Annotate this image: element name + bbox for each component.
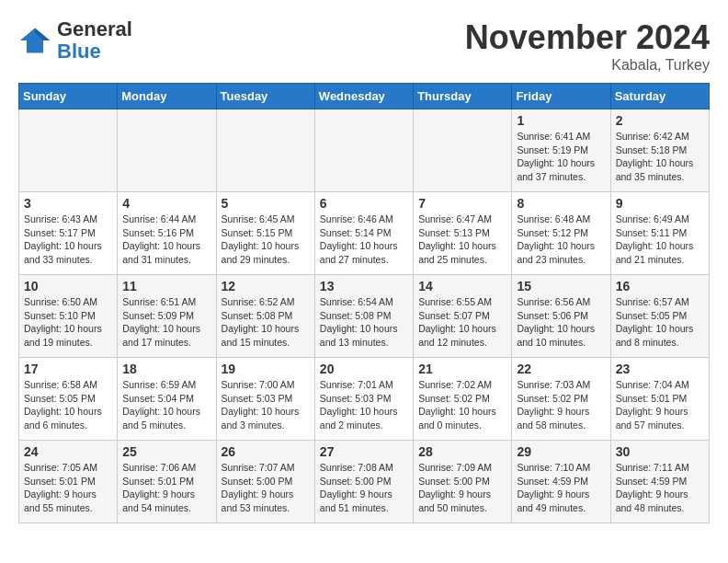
day-number: 6 — [320, 196, 408, 211]
calendar-week-row: 17Sunrise: 6:58 AM Sunset: 5:05 PM Dayli… — [19, 358, 710, 441]
day-info: Sunrise: 6:43 AM Sunset: 5:17 PM Dayligh… — [24, 213, 112, 267]
calendar-cell: 11Sunrise: 6:51 AM Sunset: 5:09 PM Dayli… — [118, 275, 216, 358]
calendar-cell: 14Sunrise: 6:55 AM Sunset: 5:07 PM Dayli… — [414, 275, 512, 358]
day-number: 20 — [320, 362, 408, 376]
calendar-cell — [118, 109, 216, 192]
calendar-cell: 13Sunrise: 6:54 AM Sunset: 5:08 PM Dayli… — [314, 275, 413, 358]
day-info: Sunrise: 7:05 AM Sunset: 5:01 PM Dayligh… — [24, 461, 112, 515]
calendar-week-row: 3Sunrise: 6:43 AM Sunset: 5:17 PM Daylig… — [19, 192, 710, 275]
day-info: Sunrise: 7:03 AM Sunset: 5:02 PM Dayligh… — [517, 378, 605, 432]
calendar-table: SundayMondayTuesdayWednesdayThursdayFrid… — [18, 83, 710, 523]
day-info: Sunrise: 7:04 AM Sunset: 5:01 PM Dayligh… — [616, 378, 704, 432]
calendar-cell: 6Sunrise: 6:46 AM Sunset: 5:14 PM Daylig… — [314, 192, 413, 275]
calendar-cell: 23Sunrise: 7:04 AM Sunset: 5:01 PM Dayli… — [610, 358, 709, 441]
page-header: General Blue November 2024 Kabala, Turke… — [18, 18, 710, 74]
calendar-cell: 2Sunrise: 6:42 AM Sunset: 5:18 PM Daylig… — [610, 109, 709, 192]
calendar-cell — [314, 109, 413, 192]
logo: General Blue — [18, 18, 132, 63]
weekday-header: Monday — [118, 84, 216, 109]
calendar-cell: 16Sunrise: 6:57 AM Sunset: 5:05 PM Dayli… — [610, 275, 709, 358]
day-number: 4 — [122, 196, 210, 211]
calendar-week-row: 24Sunrise: 7:05 AM Sunset: 5:01 PM Dayli… — [19, 441, 710, 523]
calendar-cell: 8Sunrise: 6:48 AM Sunset: 5:12 PM Daylig… — [512, 192, 610, 275]
day-number: 25 — [122, 444, 210, 459]
day-info: Sunrise: 6:59 AM Sunset: 5:04 PM Dayligh… — [122, 378, 210, 432]
day-number: 3 — [24, 196, 112, 211]
day-info: Sunrise: 6:49 AM Sunset: 5:11 PM Dayligh… — [616, 213, 704, 267]
day-number: 26 — [222, 444, 310, 459]
calendar-cell: 19Sunrise: 7:00 AM Sunset: 5:03 PM Dayli… — [216, 358, 314, 441]
day-info: Sunrise: 6:50 AM Sunset: 5:10 PM Dayligh… — [24, 295, 112, 350]
day-info: Sunrise: 7:07 AM Sunset: 5:00 PM Dayligh… — [222, 461, 310, 515]
day-number: 17 — [24, 362, 112, 376]
calendar-cell: 24Sunrise: 7:05 AM Sunset: 5:01 PM Dayli… — [19, 441, 118, 523]
calendar-header: SundayMondayTuesdayWednesdayThursdayFrid… — [19, 84, 710, 109]
calendar-cell: 21Sunrise: 7:02 AM Sunset: 5:02 PM Dayli… — [414, 358, 512, 441]
day-number: 12 — [222, 279, 310, 293]
weekday-header: Friday — [512, 84, 610, 109]
day-info: Sunrise: 6:51 AM Sunset: 5:09 PM Dayligh… — [122, 295, 210, 350]
day-number: 29 — [517, 444, 605, 459]
day-number: 14 — [418, 279, 506, 293]
day-info: Sunrise: 7:00 AM Sunset: 5:03 PM Dayligh… — [222, 378, 310, 432]
weekday-header: Thursday — [414, 84, 512, 109]
day-info: Sunrise: 6:44 AM Sunset: 5:16 PM Dayligh… — [122, 213, 210, 267]
day-number: 2 — [616, 113, 704, 128]
day-number: 11 — [122, 279, 210, 293]
day-info: Sunrise: 6:58 AM Sunset: 5:05 PM Dayligh… — [24, 378, 112, 432]
day-number: 30 — [616, 444, 704, 459]
day-info: Sunrise: 6:48 AM Sunset: 5:12 PM Dayligh… — [517, 213, 605, 267]
calendar-cell: 12Sunrise: 6:52 AM Sunset: 5:08 PM Dayli… — [216, 275, 314, 358]
calendar-cell: 26Sunrise: 7:07 AM Sunset: 5:00 PM Dayli… — [216, 441, 314, 523]
day-info: Sunrise: 6:42 AM Sunset: 5:18 PM Dayligh… — [616, 130, 704, 184]
day-number: 18 — [122, 362, 210, 376]
calendar-cell: 22Sunrise: 7:03 AM Sunset: 5:02 PM Dayli… — [512, 358, 610, 441]
day-info: Sunrise: 7:01 AM Sunset: 5:03 PM Dayligh… — [320, 378, 408, 432]
weekday-header: Tuesday — [216, 84, 314, 109]
calendar-cell — [216, 109, 314, 192]
calendar-cell: 30Sunrise: 7:11 AM Sunset: 4:59 PM Dayli… — [610, 441, 709, 523]
day-number: 24 — [24, 444, 112, 459]
title-block: November 2024 Kabala, Turkey — [465, 18, 710, 74]
calendar-cell — [19, 109, 118, 192]
day-number: 23 — [616, 362, 704, 376]
day-info: Sunrise: 7:06 AM Sunset: 5:01 PM Dayligh… — [122, 461, 210, 515]
day-info: Sunrise: 7:10 AM Sunset: 4:59 PM Dayligh… — [517, 461, 605, 515]
calendar-cell: 28Sunrise: 7:09 AM Sunset: 5:00 PM Dayli… — [414, 441, 512, 523]
day-info: Sunrise: 6:52 AM Sunset: 5:08 PM Dayligh… — [222, 295, 310, 350]
calendar-body: 1Sunrise: 6:41 AM Sunset: 5:19 PM Daylig… — [19, 109, 710, 523]
calendar-cell: 27Sunrise: 7:08 AM Sunset: 5:00 PM Dayli… — [314, 441, 413, 523]
day-number: 19 — [222, 362, 310, 376]
logo-text: General Blue — [57, 18, 132, 63]
calendar-cell: 29Sunrise: 7:10 AM Sunset: 4:59 PM Dayli… — [512, 441, 610, 523]
month-title: November 2024 — [465, 18, 710, 57]
calendar-cell: 15Sunrise: 6:56 AM Sunset: 5:06 PM Dayli… — [512, 275, 610, 358]
day-info: Sunrise: 6:46 AM Sunset: 5:14 PM Dayligh… — [320, 213, 408, 267]
day-number: 10 — [24, 279, 112, 293]
calendar-cell: 1Sunrise: 6:41 AM Sunset: 5:19 PM Daylig… — [512, 109, 610, 192]
calendar-cell: 3Sunrise: 6:43 AM Sunset: 5:17 PM Daylig… — [19, 192, 118, 275]
day-number: 7 — [418, 196, 506, 211]
day-number: 15 — [517, 279, 605, 293]
calendar-week-row: 10Sunrise: 6:50 AM Sunset: 5:10 PM Dayli… — [19, 275, 710, 358]
calendar-cell: 10Sunrise: 6:50 AM Sunset: 5:10 PM Dayli… — [19, 275, 118, 358]
day-number: 8 — [517, 196, 605, 211]
day-number: 28 — [418, 444, 506, 459]
day-number: 21 — [418, 362, 506, 376]
weekday-header: Saturday — [610, 84, 709, 109]
day-info: Sunrise: 6:41 AM Sunset: 5:19 PM Dayligh… — [517, 130, 605, 184]
calendar-cell: 18Sunrise: 6:59 AM Sunset: 5:04 PM Dayli… — [118, 358, 216, 441]
calendar-cell: 9Sunrise: 6:49 AM Sunset: 5:11 PM Daylig… — [610, 192, 709, 275]
day-info: Sunrise: 7:11 AM Sunset: 4:59 PM Dayligh… — [616, 461, 704, 515]
day-info: Sunrise: 6:57 AM Sunset: 5:05 PM Dayligh… — [616, 295, 704, 350]
weekday-header: Wednesday — [314, 84, 413, 109]
weekday-header: Sunday — [19, 84, 118, 109]
calendar-cell: 25Sunrise: 7:06 AM Sunset: 5:01 PM Dayli… — [118, 441, 216, 523]
day-info: Sunrise: 6:54 AM Sunset: 5:08 PM Dayligh… — [320, 295, 408, 350]
day-info: Sunrise: 6:47 AM Sunset: 5:13 PM Dayligh… — [418, 213, 506, 267]
weekday-row: SundayMondayTuesdayWednesdayThursdayFrid… — [19, 84, 710, 109]
calendar-cell: 4Sunrise: 6:44 AM Sunset: 5:16 PM Daylig… — [118, 192, 216, 275]
day-info: Sunrise: 7:09 AM Sunset: 5:00 PM Dayligh… — [418, 461, 506, 515]
day-number: 9 — [616, 196, 704, 211]
logo-icon — [18, 24, 51, 57]
